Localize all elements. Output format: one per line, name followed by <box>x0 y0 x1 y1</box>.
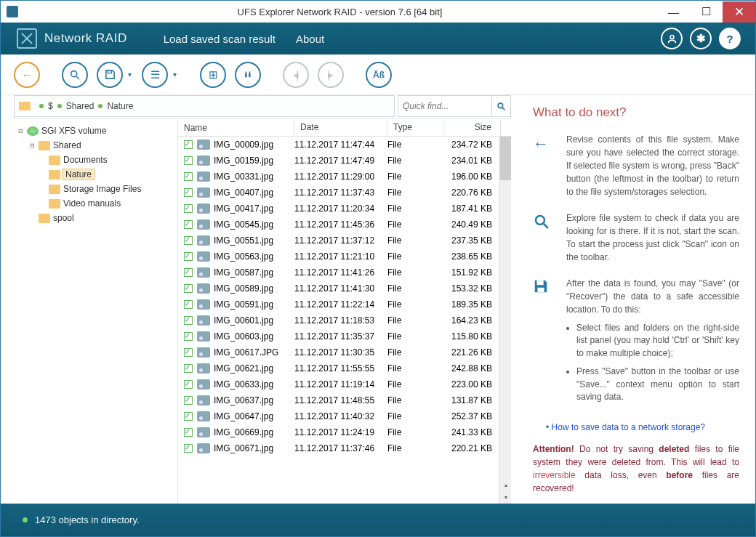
file-row[interactable]: IMG_00591.jpg11.12.2017 11:22:14File189.… <box>178 296 511 312</box>
find-button[interactable] <box>235 62 261 88</box>
help-icon[interactable]: ? <box>719 28 741 49</box>
close-button[interactable]: ✕ <box>723 1 755 23</box>
file-row[interactable]: IMG_00417.jpg11.12.2017 11:20:34File187.… <box>178 201 511 217</box>
checkbox-icon[interactable] <box>184 332 193 341</box>
column-date[interactable]: Date <box>294 119 387 136</box>
tree-spool[interactable]: spool <box>17 211 174 225</box>
checkbox-icon[interactable] <box>184 348 193 357</box>
file-row[interactable]: IMG_00633.jpg11.12.2017 11:19:14File223.… <box>178 376 511 392</box>
file-row[interactable]: IMG_00551.jpg11.12.2017 11:37:12File237.… <box>178 233 511 249</box>
file-name: IMG_00621.jpg <box>214 363 273 374</box>
encoding-button[interactable]: Äß <box>366 62 392 88</box>
file-type: File <box>387 411 444 421</box>
file-row[interactable]: IMG_00647.jpg11.12.2017 11:40:32File252.… <box>178 408 511 424</box>
tree-nature[interactable]: Nature <box>17 167 174 182</box>
tree-documents[interactable]: Documents <box>17 153 174 167</box>
checkbox-icon[interactable] <box>184 428 193 437</box>
checkbox-icon[interactable] <box>184 172 193 181</box>
user-icon[interactable] <box>661 28 683 49</box>
file-row[interactable]: IMG_00009.jpg11.12.2017 11:47:44File234.… <box>178 137 511 153</box>
help-link[interactable]: How to save data to a network storage? <box>546 422 739 432</box>
file-row[interactable]: IMG_00159.jpg11.12.2017 11:47:49File234.… <box>178 153 511 169</box>
file-name: IMG_00637.jpg <box>214 395 273 405</box>
scrollbar[interactable]: ▴ ▾ <box>499 137 511 504</box>
checkbox-icon[interactable] <box>184 412 193 421</box>
image-icon <box>197 140 210 150</box>
prev-button[interactable]: ◂| <box>283 62 309 88</box>
file-name: IMG_00407.jpg <box>214 187 273 198</box>
minimize-button[interactable]: — <box>657 1 690 23</box>
file-date: 11.12.2017 11:30:35 <box>294 347 387 358</box>
checkbox-icon[interactable] <box>184 236 193 245</box>
checkbox-icon[interactable] <box>184 316 193 325</box>
file-row[interactable]: IMG_00637.jpg11.12.2017 11:48:55File131.… <box>178 392 511 408</box>
file-row[interactable]: IMG_00669.jpg11.12.2017 11:24:19File241.… <box>178 424 511 440</box>
save-button[interactable] <box>97 62 123 88</box>
checkbox-icon[interactable] <box>184 284 193 293</box>
file-size: 223.00 KB <box>444 379 501 389</box>
file-type: File <box>387 171 444 182</box>
scan-button[interactable] <box>62 62 88 88</box>
breadcrumb-nature[interactable]: Nature <box>107 101 133 111</box>
file-row[interactable]: IMG_00545.jpg11.12.2017 11:45:36File240.… <box>178 217 511 233</box>
tree-storage[interactable]: Storage Image Files <box>17 182 174 196</box>
checkbox-icon[interactable] <box>184 444 193 453</box>
checkbox-icon[interactable] <box>184 268 193 277</box>
checkbox-icon[interactable] <box>184 364 193 373</box>
file-row[interactable]: IMG_00603.jpg11.12.2017 11:35:37File115.… <box>178 328 511 344</box>
file-row[interactable]: IMG_00587.jpg11.12.2017 11:41:26File151.… <box>178 265 511 280</box>
column-size[interactable]: Size <box>444 119 501 136</box>
gear-icon[interactable]: ✱ <box>690 28 712 49</box>
file-row[interactable]: IMG_00621.jpg11.12.2017 11:55:55File242.… <box>178 360 511 376</box>
file-date: 11.12.2017 11:21:10 <box>294 251 387 262</box>
folder-tree[interactable]: ⊟SGI XFS volume ⊟Shared Documents Nature… <box>14 119 177 504</box>
grid-view-button[interactable]: ⊞ <box>200 62 226 88</box>
checkbox-icon[interactable] <box>184 396 193 405</box>
checkbox-icon[interactable] <box>184 156 193 165</box>
checkbox-icon[interactable] <box>184 252 193 261</box>
file-size: 187.41 KB <box>444 203 501 214</box>
breadcrumb-shared[interactable]: Shared <box>66 101 94 111</box>
checkbox-icon[interactable] <box>184 188 193 197</box>
quickfind-button[interactable] <box>492 95 511 117</box>
maximize-button[interactable]: ☐ <box>690 1 723 23</box>
file-row[interactable]: IMG_00589.jpg11.12.2017 11:41:30File153.… <box>178 280 511 296</box>
scroll-thumb[interactable] <box>500 137 511 180</box>
file-date: 11.12.2017 11:20:34 <box>294 203 387 214</box>
file-type: File <box>387 203 444 214</box>
file-row[interactable]: IMG_00563.jpg11.12.2017 11:21:10File238.… <box>178 249 511 265</box>
menu-about[interactable]: About <box>296 33 324 45</box>
image-icon <box>197 363 210 374</box>
file-row[interactable]: IMG_00671.jpg11.12.2017 11:37:46File220.… <box>178 440 511 456</box>
file-date: 11.12.2017 11:35:37 <box>294 331 387 342</box>
breadcrumb-root[interactable]: $ <box>48 101 53 111</box>
scroll-down-icon[interactable]: ▾ <box>500 491 511 504</box>
list-options-button[interactable]: ☰ <box>142 62 168 88</box>
file-name: IMG_00669.jpg <box>214 427 273 437</box>
tree-video[interactable]: Video manuals <box>17 196 174 211</box>
quickfind-input[interactable] <box>398 95 492 117</box>
checkbox-icon[interactable] <box>184 380 193 389</box>
checkbox-icon[interactable] <box>184 140 193 149</box>
file-date: 11.12.2017 11:41:30 <box>294 283 387 294</box>
file-row[interactable]: IMG_00331.jpg11.12.2017 11:29:00File196.… <box>178 169 511 185</box>
breadcrumb[interactable]: $ Shared Nature <box>14 95 395 117</box>
tree-volume[interactable]: ⊟SGI XFS volume <box>17 124 174 138</box>
file-row[interactable]: IMG_00407.jpg11.12.2017 11:37:43File220.… <box>178 185 511 201</box>
image-icon <box>197 187 210 198</box>
logo-text: Network RAID <box>44 31 127 46</box>
help-panel: What to do next? ← Revise contents of th… <box>511 95 755 504</box>
scroll-up-icon[interactable]: ▴ <box>500 479 511 491</box>
file-row[interactable]: IMG_00601.jpg11.12.2017 11:18:53File164.… <box>178 312 511 328</box>
back-button[interactable]: ← <box>14 62 40 88</box>
checkbox-icon[interactable] <box>184 300 193 309</box>
file-row[interactable]: IMG_00617.JPG11.12.2017 11:30:35File221.… <box>178 344 511 360</box>
menu-load-scan[interactable]: Load saved scan result <box>164 33 276 45</box>
next-button[interactable]: |▸ <box>318 62 344 88</box>
column-type[interactable]: Type <box>387 119 444 136</box>
tree-shared[interactable]: ⊟Shared <box>17 138 174 153</box>
checkbox-icon[interactable] <box>184 220 193 229</box>
checkbox-icon[interactable] <box>184 204 193 213</box>
column-name[interactable]: Name <box>178 119 294 136</box>
svg-line-2 <box>76 76 79 79</box>
